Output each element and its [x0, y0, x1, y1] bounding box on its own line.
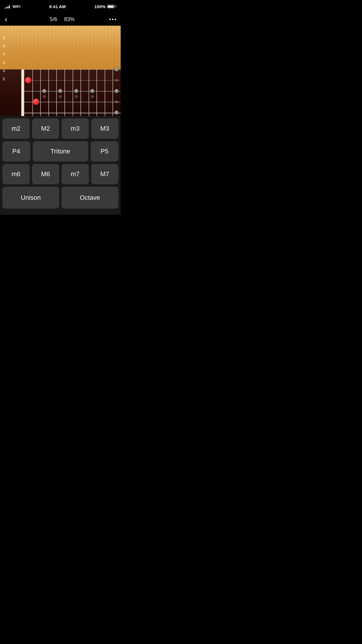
- note-dot-s2-f12: [115, 89, 119, 93]
- signal-icon: [5, 4, 10, 8]
- btn-P4[interactable]: P4: [2, 141, 30, 162]
- note-dot-s1-f1: [25, 77, 31, 83]
- btn-M3[interactable]: M3: [91, 118, 119, 139]
- btn-m3[interactable]: m3: [61, 118, 89, 139]
- wifi-icon: WiFi: [13, 4, 20, 9]
- string-label-b: B: [3, 44, 6, 48]
- note-dot-s2-f5: [58, 89, 62, 93]
- nut: [21, 69, 24, 116]
- battery-icon: [107, 5, 116, 8]
- note-dot-s3-f2: [33, 99, 39, 105]
- btn-m2[interactable]: m2: [2, 118, 30, 139]
- more-dot-3: [115, 19, 116, 20]
- note-dot-s4-f12: [115, 111, 119, 115]
- buttons-area: m2 M2 m3 M3 P4 Tritone P5: [0, 116, 121, 215]
- interval-row-3: m6 M6 m7 M7: [2, 164, 118, 184]
- btn-m7[interactable]: m7: [61, 164, 89, 184]
- battery-percent: 100%: [94, 4, 106, 9]
- more-dot-2: [112, 19, 113, 20]
- btn-M7[interactable]: M7: [91, 164, 119, 184]
- btn-P5[interactable]: P5: [91, 141, 119, 162]
- string-label-g: G: [3, 52, 6, 56]
- nav-center: 5/6 83%: [50, 16, 75, 22]
- fretboard: E B G D A E 123456789101112: [0, 26, 121, 116]
- percent-label: 83%: [64, 16, 75, 22]
- status-time: 9:41 AM: [49, 4, 66, 9]
- interval-row-1: m2 M2 m3 M3: [2, 118, 118, 139]
- btn-unison[interactable]: Unison: [2, 187, 59, 209]
- progress-label: 5/6: [50, 16, 57, 22]
- btn-M6[interactable]: M6: [32, 164, 59, 184]
- btn-M2[interactable]: M2: [32, 118, 59, 139]
- string-label-e-low: E: [3, 77, 6, 81]
- string-label-d: D: [3, 61, 6, 65]
- status-bar: WiFi 9:41 AM 100%: [0, 0, 121, 13]
- more-button[interactable]: [109, 19, 116, 20]
- nav-bar: ‹ 5/6 83%: [0, 13, 121, 26]
- interval-row-4: Unison Octave: [2, 187, 118, 209]
- status-right: 100%: [94, 4, 116, 9]
- note-dot-s2-f3: [42, 89, 46, 93]
- back-button[interactable]: ‹: [5, 15, 15, 24]
- string-label-e-high: E: [3, 36, 6, 40]
- note-dot-s0-f12: [115, 67, 119, 71]
- btn-m6[interactable]: m6: [2, 164, 30, 184]
- note-dot-s2-f9: [90, 89, 94, 93]
- string-label-a: A: [3, 69, 6, 73]
- btn-tritone[interactable]: Tritone: [33, 141, 88, 162]
- note-dot-s2-f7: [74, 89, 78, 93]
- more-dot-1: [109, 19, 111, 20]
- string-labels: E B G D A E: [3, 32, 6, 85]
- status-left: WiFi: [5, 4, 20, 9]
- btn-octave[interactable]: Octave: [61, 187, 118, 209]
- interval-row-2: P4 Tritone P5: [2, 141, 118, 162]
